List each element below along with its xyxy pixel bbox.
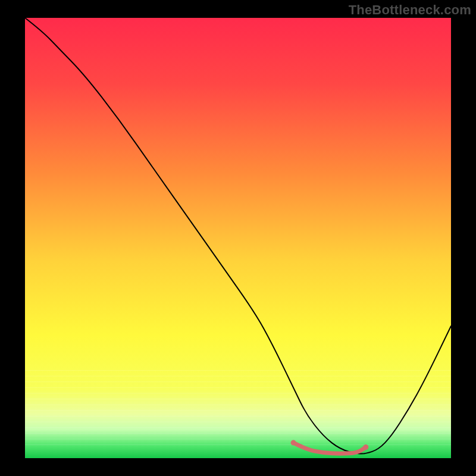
gradient-striation: [25, 393, 451, 393]
gradient-striation: [25, 405, 451, 405]
chart-frame: TheBottleneck.com: [0, 0, 476, 476]
gradient-striation: [25, 433, 451, 434]
plot-background: [25, 18, 451, 458]
gradient-striation: [25, 416, 451, 416]
bottleneck-chart: [0, 0, 476, 476]
gradient-striation: [25, 427, 451, 428]
gradient-striation: [25, 439, 451, 439]
gradient-striation: [25, 422, 451, 422]
highlight-endpoint: [363, 444, 368, 450]
gradient-striation: [25, 376, 451, 377]
gradient-striation: [25, 399, 451, 399]
gradient-striation: [25, 381, 451, 382]
gradient-striation: [25, 410, 451, 411]
highlight-endpoint: [291, 440, 296, 446]
watermark-text: TheBottleneck.com: [349, 2, 471, 18]
gradient-striation: [25, 370, 451, 371]
gradient-striation: [25, 387, 451, 388]
gradient-striation: [25, 444, 451, 445]
